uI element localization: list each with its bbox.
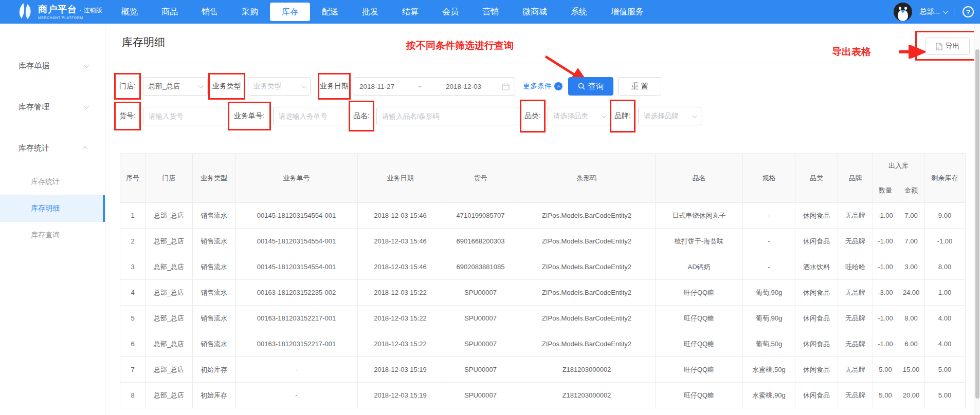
cell-brand: 无品牌 (838, 203, 873, 229)
cell-store: 总部_总店 (146, 203, 193, 229)
cell-index: 6 (120, 331, 146, 357)
store-filter-label: 门店: (114, 73, 141, 100)
col-inout-group: 出入库 (873, 154, 924, 178)
table-row[interactable]: 2 总部_总店 销售流水 00145-181203154554-001 2018… (120, 229, 966, 254)
order-no-input[interactable] (279, 112, 346, 120)
cell-biz-type: 销售流水 (193, 229, 235, 254)
sidebar-item-label: 库存明细 (31, 204, 60, 213)
cell-biz-date: 2018-12-03 15:46 (358, 203, 443, 229)
nav-item-goods[interactable]: 商品 (150, 0, 190, 24)
cell-category: 酒水饮料 (795, 254, 838, 280)
table-row[interactable]: 8 总部_总店 初始库存 - 2018-12-03 15:19 SPU00007… (120, 383, 966, 408)
sidebar-item-inventory-stats[interactable]: 库存统计 (0, 168, 105, 195)
table-row[interactable]: 5 总部_总店 销售流水 00163-181203152217-001 2018… (120, 306, 966, 331)
cell-spec: - (743, 203, 795, 229)
cell-index: 3 (120, 254, 146, 280)
col-category: 品类 (795, 154, 838, 203)
biz-type-select-placeholder: 业务类型 (253, 82, 281, 91)
table-row[interactable]: 4 总部_总店 销售流水 00163-181203152235-002 2018… (120, 280, 966, 306)
nav-item-purchase[interactable]: 采购 (230, 0, 270, 24)
brand-select[interactable]: 请选择品牌 (638, 107, 701, 125)
category-select[interactable]: 请选择品类 (548, 107, 611, 125)
sidebar-item-label: 库存统计 (31, 177, 60, 186)
cell-order-no: 00145-181203154554-001 (235, 254, 358, 280)
cell-index: 1 (120, 203, 146, 229)
table-row[interactable]: 1 总部_总店 销售流水 00145-181203154554-001 2018… (120, 203, 966, 229)
cell-order-no: 00163-181203152235-002 (235, 280, 358, 306)
biz-type-filter-label: 业务类型 (208, 73, 245, 100)
nav-item-settlement[interactable]: 结算 (390, 0, 430, 24)
chevron-down-icon[interactable] (943, 9, 948, 14)
chevron-down-icon (692, 113, 697, 118)
nav-item-sales[interactable]: 销售 (190, 0, 230, 24)
sidebar-item-inventory-detail[interactable]: 库存明细 (0, 195, 105, 222)
cell-barcode: ZIPos.Models.BarCodeEntity2 (518, 306, 656, 331)
cell-brand: 无品牌 (838, 306, 873, 331)
col-index: 序号 (120, 154, 146, 203)
brand-filter-label: 品牌: (610, 100, 636, 133)
cell-amount: 7.00 (898, 229, 924, 254)
col-biz-date: 业务日期 (358, 154, 443, 203)
nav-item-system[interactable]: 系统 (559, 0, 599, 24)
cell-index: 5 (120, 306, 146, 331)
table-row[interactable]: 7 总部_总店 初始库存 - 2018-12-03 15:19 SPU00007… (120, 357, 966, 383)
cell-brand: 无品牌 (838, 357, 873, 383)
sidebar-item-inventory-query[interactable]: 库存查询 (0, 222, 105, 249)
main-nav: 概览 商品 销售 采购 库存 配送 批发 结算 会员 营销 微商城 系统 增值服… (110, 0, 656, 24)
user-avatar[interactable] (894, 3, 912, 21)
date-range-picker[interactable]: 2018-11-27 ~ 2018-12-03 (354, 77, 515, 96)
sidebar-group-label: 库存单据 (19, 61, 49, 71)
cell-qty: -1.00 (873, 331, 898, 357)
nav-item-marketing[interactable]: 营销 (470, 0, 511, 24)
search-icon (578, 83, 585, 90)
cell-sku: 4710199085707 (443, 203, 518, 229)
search-button[interactable]: 查询 (568, 77, 613, 96)
cell-spec: 水蜜桃,90g (743, 383, 795, 408)
sidebar-group-inventory-docs[interactable]: 库存单据 (0, 45, 105, 86)
nav-item-delivery[interactable]: 配送 (310, 0, 350, 24)
page-scrollbar[interactable] (974, 24, 980, 415)
name-input[interactable] (382, 112, 514, 120)
cell-barcode: ZIPos.Models.BarCodeEntity2 (518, 229, 656, 254)
brand-logo: 商户平台 · 连锁版 MERCHANT PLATFORM (17, 3, 102, 20)
cell-remain: 5.00 (924, 357, 966, 383)
cell-qty: 5.00 (873, 383, 898, 408)
cell-name: 梳打饼干-海苔味 (656, 229, 743, 254)
cell-spec: 水蜜桃,50g (743, 357, 795, 383)
nav-item-microshop[interactable]: 微商城 (511, 0, 559, 24)
page-title: 库存明细 (122, 35, 165, 49)
annotation-export-tip: 导出表格 (832, 45, 871, 59)
reset-button[interactable]: 重 置 (618, 77, 661, 96)
cell-amount: 3.00 (898, 254, 924, 280)
cell-amount: 15.00 (898, 357, 924, 383)
col-order-no: 业务单号 (235, 154, 358, 203)
help-icon[interactable]: ? (963, 6, 974, 17)
cell-biz-type: 销售流水 (193, 331, 235, 357)
nav-item-members[interactable]: 会员 (430, 0, 470, 24)
biz-type-select[interactable]: 业务类型 (248, 77, 311, 96)
cell-name: 旺仔QQ糖 (656, 306, 743, 331)
user-name[interactable]: 总部... (919, 7, 940, 16)
store-select[interactable]: 总部_总店 (143, 77, 208, 96)
cell-biz-date: 2018-12-03 15:19 (358, 357, 443, 383)
cell-name: 旺仔QQ糖 (656, 331, 743, 357)
export-button[interactable]: x 导出 (925, 37, 970, 55)
nav-item-inventory[interactable]: 库存 (270, 3, 310, 21)
sidebar-group-inventory-stats[interactable]: 库存统计 (0, 127, 105, 168)
nav-item-overview[interactable]: 概览 (110, 0, 150, 24)
table-row[interactable]: 6 总部_总店 销售流水 00163-181203152217-001 2018… (120, 331, 966, 357)
more-conditions-link[interactable]: 更多条件 (523, 82, 562, 91)
cell-name: 旺仔QQ糖 (656, 357, 743, 383)
sidebar-group-inventory-manage[interactable]: 库存管理 (0, 86, 105, 127)
nav-item-vas[interactable]: 增值服务 (599, 0, 656, 24)
cell-brand: 无品牌 (838, 331, 873, 357)
order-no-filter-label: 业务单号: (228, 102, 271, 130)
chevron-down-icon (602, 113, 607, 118)
cell-sku: 6901668200303 (443, 229, 518, 254)
sku-input[interactable] (149, 112, 221, 120)
nav-item-wholesale[interactable]: 批发 (350, 0, 390, 24)
table-row[interactable]: 3 总部_总店 销售流水 00145-181203154554-001 2018… (120, 254, 966, 280)
scrollbar-thumb[interactable] (975, 49, 979, 399)
navbar-divider (954, 7, 954, 16)
cell-order-no: - (235, 357, 358, 383)
